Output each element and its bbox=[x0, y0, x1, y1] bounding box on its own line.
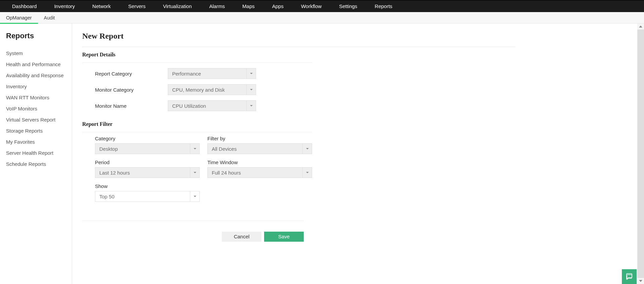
report-details-section: Report Details Report Category Performan… bbox=[82, 47, 515, 111]
row-monitor-name: Monitor Name CPU Utilization bbox=[82, 100, 515, 111]
select-monitor-name[interactable]: CPU Utilization bbox=[168, 100, 256, 111]
select-category-value: Desktop bbox=[95, 146, 190, 152]
select-report-category[interactable]: Performance bbox=[168, 68, 256, 79]
label-monitor-category: Monitor Category bbox=[82, 87, 168, 93]
chevron-down-icon bbox=[246, 85, 256, 95]
select-report-category-value: Performance bbox=[168, 71, 246, 77]
svg-marker-1 bbox=[639, 280, 642, 282]
sidebar-item-voip-monitors[interactable]: VoIP Monitors bbox=[6, 103, 66, 114]
select-monitor-category-value: CPU, Memory and Disk bbox=[168, 87, 246, 93]
chevron-down-icon bbox=[190, 168, 199, 178]
scroll-up-icon[interactable] bbox=[637, 23, 644, 30]
sidebar-item-wan-rtt-monitors[interactable]: WAN RTT Monitors bbox=[6, 92, 66, 103]
select-show-value: Top 50 bbox=[95, 194, 190, 199]
page-title: New Report bbox=[82, 32, 634, 41]
select-monitor-name-value: CPU Utilization bbox=[168, 103, 246, 109]
col-time-window: Time Window Full 24 hours bbox=[207, 159, 313, 178]
sidebar-title: Reports bbox=[6, 32, 66, 40]
select-monitor-category[interactable]: CPU, Memory and Disk bbox=[168, 84, 256, 95]
topnav-item-dashboard[interactable]: Dashboard bbox=[3, 1, 45, 12]
topnav-item-inventory[interactable]: Inventory bbox=[45, 1, 84, 12]
report-filter-section: Report Filter Category Desktop Filter by… bbox=[82, 116, 515, 207]
select-time-window[interactable]: Full 24 hours bbox=[207, 167, 312, 178]
sidebar-item-inventory[interactable]: Inventory bbox=[6, 81, 66, 92]
sidebar-item-system[interactable]: System bbox=[6, 48, 66, 59]
label-period: Period bbox=[95, 159, 201, 165]
top-nav: DashboardInventoryNetworkServersVirtuali… bbox=[0, 0, 644, 12]
label-report-category: Report Category bbox=[82, 71, 168, 77]
chevron-down-icon bbox=[302, 144, 312, 154]
topnav-item-virtualization[interactable]: Virtualization bbox=[154, 1, 201, 12]
main-content: New Report Report Details Report Categor… bbox=[72, 23, 644, 284]
chat-button[interactable] bbox=[622, 269, 637, 284]
scrollbar[interactable] bbox=[637, 23, 644, 284]
report-details-heading: Report Details bbox=[82, 47, 312, 63]
select-period-value: Last 12 hours bbox=[95, 170, 190, 176]
select-filter-by[interactable]: All Devices bbox=[207, 143, 312, 154]
label-time-window: Time Window bbox=[207, 159, 313, 165]
col-filter-by: Filter by All Devices bbox=[207, 136, 313, 154]
cancel-button[interactable]: Cancel bbox=[222, 232, 261, 242]
topnav-item-settings[interactable]: Settings bbox=[330, 1, 366, 12]
report-filter-heading: Report Filter bbox=[82, 116, 312, 132]
select-show[interactable]: Top 50 bbox=[95, 191, 200, 202]
svg-marker-0 bbox=[639, 26, 642, 28]
topnav-item-alarms[interactable]: Alarms bbox=[200, 1, 234, 12]
sidebar-item-server-health-report[interactable]: Server Health Report bbox=[6, 147, 66, 158]
topnav-item-reports[interactable]: Reports bbox=[366, 1, 401, 12]
col-category: Category Desktop bbox=[95, 136, 201, 154]
chevron-down-icon bbox=[246, 101, 256, 111]
sidebar-item-health-and-performance[interactable]: Health and Performance bbox=[6, 59, 66, 70]
save-button[interactable]: Save bbox=[264, 232, 304, 242]
col-period: Period Last 12 hours bbox=[95, 159, 201, 178]
chevron-down-icon bbox=[190, 191, 199, 201]
sidebar: Reports SystemHealth and PerformanceAvai… bbox=[0, 23, 72, 284]
col-show: Show Top 50 bbox=[95, 183, 201, 202]
chevron-down-icon bbox=[246, 68, 256, 79]
sidebar-item-storage-reports[interactable]: Storage Reports bbox=[6, 125, 66, 136]
row-report-category: Report Category Performance bbox=[82, 68, 515, 79]
subnav-item-opmanager[interactable]: OpManager bbox=[0, 12, 38, 23]
topnav-item-workflow[interactable]: Workflow bbox=[292, 1, 330, 12]
scroll-down-icon[interactable] bbox=[637, 278, 644, 284]
label-category: Category bbox=[95, 136, 201, 141]
topnav-item-network[interactable]: Network bbox=[84, 1, 119, 12]
sidebar-item-availability-and-response[interactable]: Availability and Response bbox=[6, 70, 66, 81]
actions-bar: Cancel Save bbox=[82, 221, 304, 242]
row-monitor-category: Monitor Category CPU, Memory and Disk bbox=[82, 84, 515, 95]
chevron-down-icon bbox=[190, 144, 199, 154]
sub-nav: OpManagerAudit bbox=[0, 12, 644, 23]
select-category[interactable]: Desktop bbox=[95, 143, 200, 154]
select-filter-by-value: All Devices bbox=[208, 146, 302, 152]
topnav-item-maps[interactable]: Maps bbox=[234, 1, 263, 12]
subnav-item-audit[interactable]: Audit bbox=[38, 12, 61, 23]
select-time-window-value: Full 24 hours bbox=[208, 170, 302, 176]
select-period[interactable]: Last 12 hours bbox=[95, 167, 200, 178]
chevron-down-icon bbox=[302, 168, 312, 178]
sidebar-item-my-favorites[interactable]: My Favorites bbox=[6, 136, 66, 147]
topnav-item-servers[interactable]: Servers bbox=[119, 1, 154, 12]
sidebar-item-virtual-servers-report[interactable]: Virtual Servers Report bbox=[6, 114, 66, 125]
topnav-item-apps[interactable]: Apps bbox=[263, 1, 292, 12]
label-filter-by: Filter by bbox=[207, 136, 313, 141]
label-monitor-name: Monitor Name bbox=[82, 103, 168, 109]
label-show: Show bbox=[95, 183, 201, 189]
chat-icon bbox=[625, 273, 633, 281]
sidebar-item-schedule-reports[interactable]: Schedule Reports bbox=[6, 158, 66, 170]
